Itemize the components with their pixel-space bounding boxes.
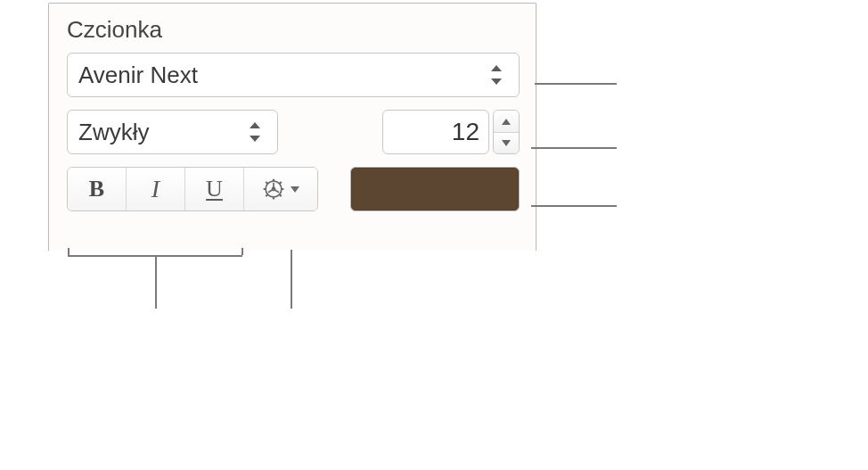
callout-line xyxy=(155,255,157,309)
chevron-down-icon xyxy=(291,186,299,193)
chevron-updown-icon xyxy=(240,122,270,142)
font-size-stepper xyxy=(493,110,520,154)
chevron-up-icon xyxy=(502,119,511,125)
chevron-updown-icon xyxy=(481,65,512,85)
size-step-down[interactable] xyxy=(494,132,519,153)
font-family-select[interactable]: Avenir Next xyxy=(67,53,520,97)
section-title: Czcionka xyxy=(67,16,520,44)
font-weight-value: Zwykły xyxy=(78,119,240,146)
svg-rect-5 xyxy=(273,179,274,182)
bold-button[interactable]: B xyxy=(68,168,127,210)
font-size-group: 12 xyxy=(382,110,520,154)
gear-icon xyxy=(262,177,285,201)
bold-icon: B xyxy=(89,176,104,202)
text-color-well[interactable] xyxy=(350,167,520,211)
underline-icon: U xyxy=(206,176,223,202)
callout-line xyxy=(68,248,70,255)
callout-line xyxy=(291,250,292,309)
svg-rect-6 xyxy=(273,196,274,199)
svg-rect-8 xyxy=(281,188,283,190)
italic-button[interactable]: I xyxy=(127,168,185,210)
underline-button[interactable]: U xyxy=(185,168,244,210)
chevron-down-icon xyxy=(502,140,511,146)
size-step-up[interactable] xyxy=(494,111,519,132)
font-size-input[interactable]: 12 xyxy=(382,110,489,154)
callout-line xyxy=(535,83,617,85)
callout-line xyxy=(242,248,243,255)
svg-rect-7 xyxy=(264,188,266,190)
font-weight-select[interactable]: Zwykły xyxy=(67,110,278,154)
font-panel: Czcionka Avenir Next Zwykły 12 B I xyxy=(48,3,536,251)
italic-icon: I xyxy=(151,175,160,203)
font-family-value: Avenir Next xyxy=(78,62,481,89)
callout-line xyxy=(531,147,617,149)
text-style-segment: B I U xyxy=(67,167,318,211)
callout-line xyxy=(531,205,617,207)
advanced-options-button[interactable] xyxy=(244,168,317,210)
